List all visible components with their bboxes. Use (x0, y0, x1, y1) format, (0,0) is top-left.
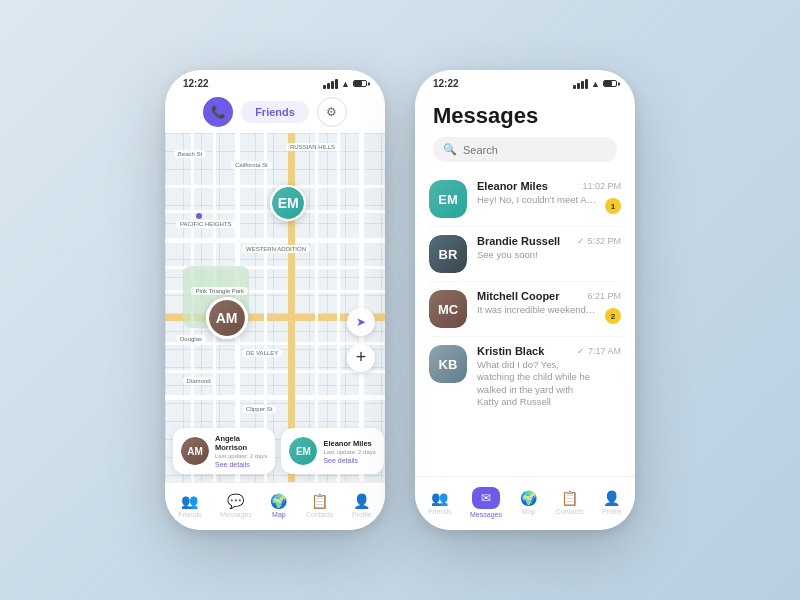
friends-nav-label-r: Friends (428, 508, 451, 515)
status-time-right: 12:22 (433, 78, 459, 89)
friends-icon-r: 👥 (431, 490, 448, 506)
map-area: Pink Triangle Park Beach St California S… (165, 133, 385, 482)
profile-nav-label: Profile (352, 511, 372, 518)
bottom-nav-right: 👥 Friends ✉ Messages 🌍 Map 📋 Contacts 👤 … (415, 476, 635, 530)
msg-name-0: Eleanor Miles (477, 180, 548, 192)
messages-icon: 💬 (227, 493, 244, 509)
msg-time-3: ✓ 7:17 AM (577, 346, 621, 356)
friends-pill[interactable]: Friends (241, 101, 309, 123)
status-time-left: 12:22 (183, 78, 209, 89)
message-item-1[interactable]: BR Brandie Russell ✓ 5:32 PM See you soo… (415, 227, 635, 281)
douglas-label: Douglas (176, 335, 206, 343)
status-bar-left: 12:22 ▲ (165, 70, 385, 93)
badge-0: 1 (605, 198, 621, 214)
avatar-eleanor: EM (429, 180, 467, 218)
nav-profile-left[interactable]: 👤 Profile (346, 491, 378, 520)
cal-label: California St (231, 161, 272, 169)
nav-contacts-left[interactable]: 📋 Contacts (300, 491, 340, 520)
map-pin-angela[interactable]: AM (206, 297, 248, 339)
card-name-angela: Angela Morrison (215, 434, 267, 452)
msg-time-1: ✓ 5:32 PM (577, 236, 621, 246)
avatar-brandie: BR (429, 235, 467, 273)
map-nav-label: Map (272, 511, 286, 518)
status-icons-right: ▲ (573, 79, 617, 89)
msg-name-2: Mitchell Cooper (477, 290, 560, 302)
phone-left: 12:22 ▲ 📞 Friends ⚙ (165, 70, 385, 530)
messages-list: EM Eleanor Miles 11:02 PM Hey! No, I cou… (415, 168, 635, 476)
profile-nav-label-r: Profile (602, 508, 622, 515)
avatar-kristin: KB (429, 345, 467, 383)
bottom-nav-left: 👥 Friends 💬 Messages 🌍 Map 📋 Contacts 👤 … (165, 482, 385, 530)
message-item-3[interactable]: KB Kristin Black ✓ 7:17 AM What did I do… (415, 337, 635, 416)
card-update-eleanor: Last update: 2 days (323, 449, 375, 455)
settings-button[interactable]: ⚙ (317, 97, 347, 127)
msg-preview-3: What did I do? Yes, watching the child w… (477, 359, 597, 408)
map-bottom-cards: AM Angela Morrison Last update: 2 days S… (165, 420, 385, 482)
message-item-2[interactable]: MC Mitchell Cooper 6:21 PM It was incred… (415, 282, 635, 336)
nav-friends-right[interactable]: 👥 Friends (422, 488, 457, 517)
status-icons-left: ▲ (323, 79, 367, 89)
messages-content: Messages 🔍 EM Eleanor Miles 11:02 PM Hey… (415, 93, 635, 476)
contacts-icon-r: 📋 (561, 490, 578, 506)
messages-nav-label: Messages (220, 511, 252, 518)
map-card-eleanor[interactable]: EM Eleanor Miles Last update: 2 days See… (281, 428, 383, 474)
zoom-in-button[interactable]: + (347, 344, 375, 372)
call-button[interactable]: 📞 (203, 97, 233, 127)
msg-preview-0: Hey! No, I couldn't meet Alex today🙃 May… (477, 194, 597, 206)
msg-preview-2: It was incredible weekend, yep! (477, 304, 597, 316)
map-header: 📞 Friends ⚙ (165, 93, 385, 133)
phone-right: 12:22 ▲ Messages 🔍 (415, 70, 635, 530)
locate-button[interactable]: ➤ (347, 308, 375, 336)
card-link-eleanor[interactable]: See details (323, 457, 375, 464)
location-dot (196, 213, 202, 219)
msg-time-2: 6:21 PM (587, 291, 621, 301)
messages-active-icon: ✉ (472, 487, 500, 509)
msg-name-3: Kristin Black (477, 345, 544, 357)
map-card-angela[interactable]: AM Angela Morrison Last update: 2 days S… (173, 428, 275, 474)
messages-title: Messages (433, 103, 617, 129)
message-item-0[interactable]: EM Eleanor Miles 11:02 PM Hey! No, I cou… (415, 172, 635, 226)
msg-time-0: 11:02 PM (582, 181, 621, 191)
card-name-eleanor: Eleanor Miles (323, 439, 375, 448)
contacts-nav-label: Contacts (306, 511, 334, 518)
card-link-angela[interactable]: See details (215, 461, 267, 468)
pacific-label: PACIFIC HEIGHTS (176, 220, 236, 228)
map-icon-r: 🌍 (520, 490, 537, 506)
diamond-label: Diamond (183, 377, 215, 385)
badge-2: 2 (605, 308, 621, 324)
valley-label: DE VALLEY (242, 349, 282, 357)
profile-icon-r: 👤 (603, 490, 620, 506)
nav-map-right[interactable]: 🌍 Map (514, 488, 543, 517)
status-bar-right: 12:22 ▲ (415, 70, 635, 93)
msg-preview-1: See you soon! (477, 249, 597, 261)
nav-friends-left[interactable]: 👥 Friends (172, 491, 207, 520)
friends-label: Friends (255, 106, 295, 118)
avatar-mitchell: MC (429, 290, 467, 328)
profile-icon: 👤 (353, 493, 370, 509)
map-pin-eleanor[interactable]: EM (270, 185, 306, 221)
friends-icon: 👥 (181, 493, 198, 509)
msg-name-1: Brandie Russell (477, 235, 560, 247)
search-icon: 🔍 (443, 143, 457, 156)
park-label: Pink Triangle Park (191, 287, 248, 295)
contacts-icon: 📋 (311, 493, 328, 509)
messages-nav-label-r: Messages (470, 511, 502, 518)
card-update-angela: Last update: 2 days (215, 453, 267, 459)
beach-label: Beach St (174, 150, 206, 158)
friends-nav-label: Friends (178, 511, 201, 518)
nav-profile-right[interactable]: 👤 Profile (596, 488, 628, 517)
map-icon: 🌍 (270, 493, 287, 509)
map-background: Pink Triangle Park Beach St California S… (165, 133, 385, 482)
nav-messages-left[interactable]: 💬 Messages (214, 491, 258, 520)
contacts-nav-label-r: Contacts (556, 508, 584, 515)
messages-header: Messages 🔍 (415, 93, 635, 168)
search-bar[interactable]: 🔍 (433, 137, 617, 162)
map-nav-label-r: Map (522, 508, 536, 515)
russian-label: RUSSIAN HILLS (286, 143, 339, 151)
nav-messages-right[interactable]: ✉ Messages (464, 485, 508, 520)
search-input[interactable] (463, 144, 607, 156)
western-label: WESTERN ADDITION (242, 245, 310, 253)
nav-map-left[interactable]: 🌍 Map (264, 491, 293, 520)
clipper-label: Clipper St (242, 405, 276, 413)
nav-contacts-right[interactable]: 📋 Contacts (550, 488, 590, 517)
